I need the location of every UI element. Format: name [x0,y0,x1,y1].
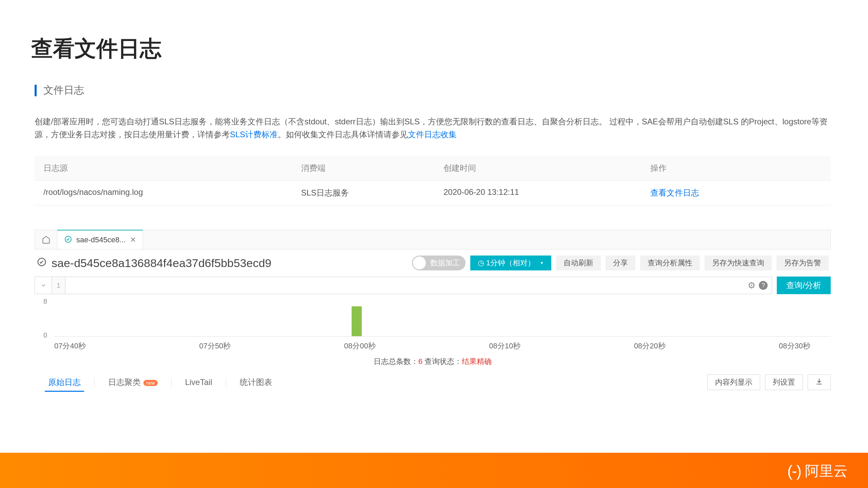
x-tick: 08分00秒 [344,341,376,351]
home-icon [42,235,51,244]
cell-create-time: 2020-06-20 13:12:11 [443,187,650,198]
col-action: 操作 [650,163,822,174]
y-tick-0: 0 [43,331,47,339]
description-text: 创建/部署应用时，您可选自动打通SLS日志服务，能将业务文件日志（不含stdou… [35,115,831,141]
time-range-button[interactable]: ◷ 1分钟（相对） ▼ [470,256,551,270]
section-marker [35,85,37,96]
chart-x-labels: 07分40秒 07分50秒 08分00秒 08分10秒 08分20秒 08分30… [54,341,831,351]
tab-livetail[interactable]: LiveTail [172,373,226,391]
logstore-name: sae-d545ce8a136884f4ea37d6f5bb53ecd9 [52,257,272,270]
total-count: 6 [418,357,422,366]
col-consumer: 消费端 [301,163,443,174]
logstore-tab[interactable]: sae-d545ce8... ✕ [57,230,143,249]
x-tick: 08分10秒 [489,341,520,351]
state-value: 结果精确 [462,357,492,366]
desc-mid: 。如何收集文件日志具体详情请参见 [278,130,408,139]
view-file-log-link[interactable]: 查看文件日志 [650,187,822,198]
log-source-table: 日志源 消费端 创建时间 操作 /root/logs/nacos/naming.… [35,156,831,205]
tab-log-cluster[interactable]: 日志聚类new [95,373,171,392]
logstore-tabbar: sae-d545ce8... ✕ [35,230,831,249]
time-range-label: 1分钟（相对） [486,258,535,268]
toggle-label: 数据加工 [430,258,460,268]
save-alert-button[interactable]: 另存为告警 [776,256,829,270]
close-icon[interactable]: ✕ [130,236,136,244]
x-tick: 08分30秒 [779,341,810,351]
chevron-down-icon: ▼ [540,261,544,265]
file-log-collect-link[interactable]: 文件日志收集 [408,130,457,139]
brand-text: 阿里云 [805,462,848,481]
footer-bar: (-) 阿里云 [0,453,868,488]
table-header-row: 日志源 消费端 创建时间 操作 [35,156,831,181]
result-status: 日志总条数：6 查询状态：结果精确 [35,357,831,367]
column-settings-button[interactable]: 列设置 [765,374,803,390]
x-tick: 08分20秒 [634,341,666,351]
table-row: /root/logs/nacos/naming.log SLS日志服务 2020… [35,181,831,205]
cell-log-source: /root/logs/nacos/naming.log [43,187,301,198]
save-quick-button[interactable]: 另存为快速查询 [705,256,772,270]
query-input[interactable] [65,277,744,294]
x-tick: 07分50秒 [199,341,231,351]
chevron-down-icon [40,282,46,288]
chart-bar[interactable] [352,306,362,336]
col-create-time: 创建时间 [443,163,650,174]
log-viewer-panel: sae-d545ce8... ✕ sae-d545ce8a136884f4ea3… [35,230,831,392]
gear-icon[interactable]: ⚙ [748,280,755,291]
tab-raw-log[interactable]: 原始日志 [35,373,94,392]
home-tab[interactable] [35,230,57,249]
x-tick: 07分40秒 [54,341,86,351]
tab-cluster-label: 日志聚类 [108,378,141,387]
footer-brand: (-) 阿里云 [787,462,848,481]
section-heading: 文件日志 [35,83,84,97]
download-icon [815,377,823,388]
logstore-title-icon [37,257,47,269]
query-icons: ⚙ ? [744,277,772,294]
toggle-knob [413,257,426,269]
share-button[interactable]: 分享 [606,256,635,270]
clock-icon: ◷ [478,259,484,267]
chart-baseline [54,336,831,337]
cell-consumer: SLS日志服务 [301,187,443,198]
query-analyze-button[interactable]: 查询/分析 [777,277,831,294]
state-label: 查询状态： [425,357,462,366]
new-badge: new [143,380,158,386]
sls-pricing-link[interactable]: SLS计费标准 [230,130,278,139]
total-label: 日志总条数： [374,357,418,366]
query-expand-toggle[interactable] [35,277,52,294]
query-props-button[interactable]: 查询分析属性 [640,256,700,270]
content-column-button[interactable]: 内容列显示 [707,374,760,390]
logstore-tab-label: sae-d545ce8... [76,236,126,244]
titlebar: sae-d545ce8a136884f4ea37d6f5bb53ecd9 数据加… [35,249,831,277]
data-process-toggle[interactable]: 数据加工 [412,256,466,270]
page-title: 查看文件日志 [31,34,161,63]
logstore-icon [64,235,72,245]
log-histogram-chart: 8 0 07分40秒 07分50秒 08分00秒 08分10秒 08分20秒 0… [38,298,831,355]
download-button[interactable] [808,374,831,390]
query-line-number: 1 [52,277,65,294]
query-bar: 1 ⚙ ? 查询/分析 [35,277,831,294]
query-input-wrap: 1 ⚙ ? [35,277,772,294]
auto-refresh-button[interactable]: 自动刷新 [556,256,601,270]
y-tick-8: 8 [43,298,47,305]
col-log-source: 日志源 [43,163,301,174]
tab-stats-chart[interactable]: 统计图表 [226,373,286,392]
section-label: 文件日志 [43,83,84,97]
aliyun-logo-icon: (-) [787,462,801,480]
result-tabs: 原始日志 日志聚类new LiveTail 统计图表 内容列显示 列设置 [35,373,831,392]
help-icon[interactable]: ? [759,281,768,290]
